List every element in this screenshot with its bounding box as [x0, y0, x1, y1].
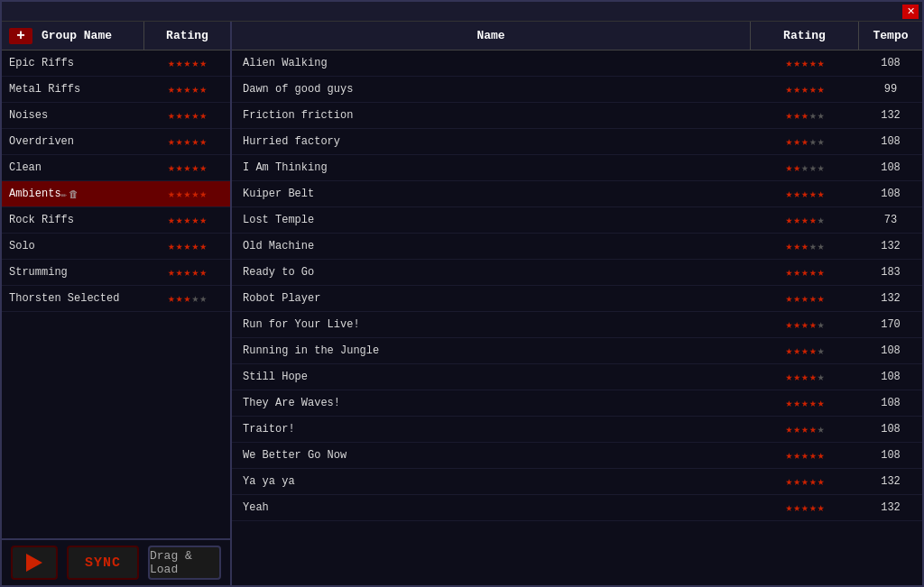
star-3[interactable]: ★	[801, 317, 808, 332]
star-5[interactable]: ★	[199, 161, 207, 175]
star-4[interactable]: ★	[809, 291, 817, 306]
track-row[interactable]: Alien Walking★★★★★108	[232, 50, 922, 77]
group-row[interactable]: Clean★★★★★	[2, 155, 230, 181]
star-4[interactable]: ★	[809, 187, 817, 201]
star-2[interactable]: ★	[176, 265, 183, 280]
star-5[interactable]: ★	[818, 317, 825, 332]
star-3[interactable]: ★	[801, 265, 808, 280]
group-row[interactable]: Overdriven★★★★★	[2, 129, 230, 155]
group-row[interactable]: Metal Riffs★★★★★	[2, 77, 230, 103]
star-4[interactable]: ★	[809, 82, 817, 96]
star-5[interactable]: ★	[818, 448, 825, 463]
star-4[interactable]: ★	[809, 370, 817, 384]
star-4[interactable]: ★	[191, 82, 199, 96]
star-4[interactable]: ★	[809, 448, 817, 463]
star-4[interactable]: ★	[809, 239, 817, 253]
star-2[interactable]: ★	[793, 187, 800, 201]
star-1[interactable]: ★	[785, 396, 792, 410]
star-3[interactable]: ★	[184, 213, 191, 227]
star-4[interactable]: ★	[191, 187, 199, 201]
star-1[interactable]: ★	[785, 187, 792, 201]
group-row[interactable]: Thorsten Selected★★★★★	[2, 286, 230, 312]
star-5[interactable]: ★	[818, 474, 825, 489]
star-1[interactable]: ★	[168, 108, 175, 123]
star-2[interactable]: ★	[793, 344, 800, 358]
star-3[interactable]: ★	[801, 291, 808, 306]
star-1[interactable]: ★	[168, 161, 175, 175]
star-3[interactable]: ★	[184, 134, 191, 149]
group-row[interactable]: Strumming★★★★★	[2, 260, 230, 286]
star-3[interactable]: ★	[184, 239, 191, 253]
star-2[interactable]: ★	[176, 108, 183, 123]
star-2[interactable]: ★	[793, 291, 800, 306]
star-5[interactable]: ★	[199, 187, 207, 201]
star-4[interactable]: ★	[191, 265, 199, 280]
track-row[interactable]: Friction friction★★★★★132	[232, 103, 922, 129]
star-3[interactable]: ★	[801, 500, 808, 515]
star-2[interactable]: ★	[793, 448, 800, 463]
star-1[interactable]: ★	[168, 82, 175, 96]
star-1[interactable]: ★	[785, 370, 792, 384]
star-2[interactable]: ★	[793, 265, 800, 280]
star-4[interactable]: ★	[191, 291, 199, 306]
star-1[interactable]: ★	[785, 422, 792, 436]
star-4[interactable]: ★	[809, 396, 817, 410]
star-5[interactable]: ★	[818, 344, 825, 358]
star-5[interactable]: ★	[818, 56, 825, 70]
star-5[interactable]: ★	[199, 134, 207, 149]
star-3[interactable]: ★	[184, 291, 191, 306]
star-1[interactable]: ★	[785, 317, 792, 332]
track-row[interactable]: Dawn of good guys★★★★★99	[232, 77, 922, 103]
star-4[interactable]: ★	[191, 161, 199, 175]
star-5[interactable]: ★	[199, 82, 207, 96]
star-4[interactable]: ★	[809, 265, 817, 280]
star-2[interactable]: ★	[793, 370, 800, 384]
star-3[interactable]: ★	[801, 161, 808, 175]
star-2[interactable]: ★	[176, 291, 183, 306]
star-1[interactable]: ★	[785, 108, 792, 123]
star-3[interactable]: ★	[184, 187, 191, 201]
star-3[interactable]: ★	[801, 239, 808, 253]
edit-icon[interactable]: ✏	[61, 188, 68, 200]
sync-button[interactable]: SYNC	[67, 546, 139, 580]
delete-icon[interactable]: 🗑	[69, 188, 79, 200]
track-row[interactable]: We Better Go Now★★★★★108	[232, 443, 922, 469]
star-2[interactable]: ★	[793, 56, 800, 70]
star-1[interactable]: ★	[785, 344, 792, 358]
track-row[interactable]: Old Machine★★★★★132	[232, 234, 922, 260]
star-1[interactable]: ★	[785, 448, 792, 463]
star-2[interactable]: ★	[176, 161, 183, 175]
star-3[interactable]: ★	[184, 82, 191, 96]
star-3[interactable]: ★	[801, 396, 808, 410]
star-4[interactable]: ★	[809, 344, 817, 358]
star-3[interactable]: ★	[184, 161, 191, 175]
star-2[interactable]: ★	[793, 239, 800, 253]
star-5[interactable]: ★	[818, 187, 825, 201]
star-1[interactable]: ★	[785, 239, 792, 253]
star-4[interactable]: ★	[191, 108, 199, 123]
star-3[interactable]: ★	[184, 265, 191, 280]
star-4[interactable]: ★	[191, 134, 199, 149]
star-5[interactable]: ★	[818, 134, 825, 149]
star-2[interactable]: ★	[793, 396, 800, 410]
star-5[interactable]: ★	[818, 213, 825, 227]
track-row[interactable]: Lost Temple★★★★★73	[232, 207, 922, 234]
star-4[interactable]: ★	[809, 317, 817, 332]
star-2[interactable]: ★	[176, 187, 183, 201]
star-2[interactable]: ★	[176, 134, 183, 149]
star-3[interactable]: ★	[801, 56, 808, 70]
star-1[interactable]: ★	[785, 134, 792, 149]
star-2[interactable]: ★	[176, 82, 183, 96]
track-row[interactable]: Robot Player★★★★★132	[232, 286, 922, 312]
star-3[interactable]: ★	[184, 56, 191, 70]
star-1[interactable]: ★	[168, 56, 175, 70]
star-3[interactable]: ★	[801, 344, 808, 358]
track-row[interactable]: Kuiper Belt★★★★★108	[232, 181, 922, 207]
star-3[interactable]: ★	[801, 474, 808, 489]
star-1[interactable]: ★	[785, 56, 792, 70]
track-row[interactable]: Run for Your Live!★★★★★170	[232, 312, 922, 338]
track-row[interactable]: Yeah★★★★★132	[232, 495, 922, 521]
star-2[interactable]: ★	[793, 422, 800, 436]
star-4[interactable]: ★	[809, 108, 817, 123]
star-3[interactable]: ★	[184, 108, 191, 123]
